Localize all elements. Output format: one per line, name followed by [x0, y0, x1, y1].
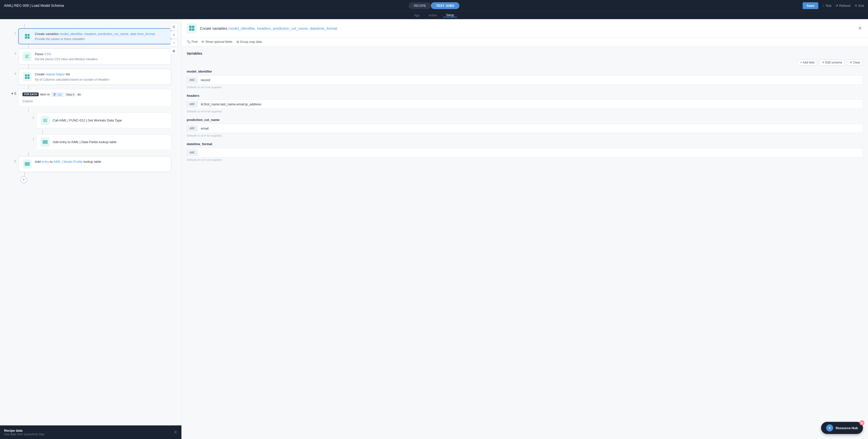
step-3-card[interactable]: Parse CSV Put the Demo CSV Here and Ment…	[18, 48, 171, 65]
step-7-right: Add entry to AIML | Data Fields lookup t…	[36, 134, 171, 152]
section-title: Variables	[187, 52, 863, 56]
zoom-out-button[interactable]: −	[170, 39, 177, 46]
step-3-title: Parse CSV	[35, 52, 167, 57]
svg-rect-27	[189, 26, 191, 28]
step-2-number-col: 2	[10, 28, 18, 44]
connector-2-3	[10, 44, 171, 48]
step-4-card[interactable]: Create repeat helper list No of Columns …	[18, 69, 171, 85]
connector-6-7	[28, 130, 171, 134]
refresh-link[interactable]: ↺ Refresh	[835, 4, 851, 7]
step-7-number-col: 7	[28, 134, 36, 152]
edit-schema-button[interactable]: ✎ Edit schema	[819, 60, 845, 66]
recenter-button[interactable]: ⊙	[170, 23, 177, 30]
connector-4-5	[10, 85, 171, 89]
step-2-inner: Create variables model_identifier, heade…	[23, 32, 167, 41]
step-4-link: repeat helper	[46, 72, 65, 76]
step-2-card[interactable]: Create variables model_identifier, heade…	[18, 28, 171, 44]
variable-input-headers[interactable]	[198, 100, 863, 109]
step-2-icon	[23, 32, 32, 41]
list-icon	[53, 93, 56, 96]
step-8-wrapper: 8	[10, 156, 171, 172]
exit-link[interactable]: ✕ Exit	[855, 4, 864, 7]
svg-rect-7	[25, 74, 27, 76]
step-8-right: Add entry to AIML | Model Profile lookup…	[18, 156, 171, 172]
step-3-link: CSV	[44, 52, 51, 56]
save-button[interactable]: Save	[803, 2, 818, 9]
step-7-card[interactable]: Add entry to AIML | Data Fields lookup t…	[36, 134, 171, 150]
eye-icon: 👁	[202, 40, 205, 44]
svg-rect-3	[28, 37, 30, 39]
setup-title-link: model_identifier, headers, prediction_co…	[228, 26, 337, 31]
test-link[interactable]: ○ Test	[822, 4, 831, 7]
variable-name-datetime-format: datetime_format	[187, 142, 863, 146]
top-nav: AIML| REC-009 | Load Model Schema RECIPE…	[0, 0, 868, 11]
zoom-in-button[interactable]: +	[170, 31, 177, 38]
show-optional-button[interactable]: 👁 Show optional fields	[202, 40, 232, 44]
variable-input-wrap-model-identifier: ABC	[187, 75, 863, 85]
connector-5-8	[10, 152, 171, 156]
setup-header-icon	[187, 23, 197, 33]
sub-nav-action[interactable]: Action	[426, 13, 440, 17]
tab-recipe[interactable]: RECIPE	[409, 2, 431, 9]
step-7-link2: AIML | Data Fields	[71, 140, 98, 144]
steps-container: 2	[0, 19, 181, 193]
resource-hub[interactable]: 30 ✦ Resource Hub	[821, 422, 863, 434]
svg-rect-1	[28, 34, 30, 36]
svg-rect-16	[43, 122, 47, 122]
svg-rect-24	[25, 165, 30, 166]
variable-input-wrap-headers: ABC	[187, 100, 863, 109]
nav-tabs: RECIPE TEST JOBS	[409, 2, 460, 9]
setup-close-button[interactable]: ✕	[857, 25, 863, 31]
svg-rect-5	[25, 56, 28, 57]
tab-test-jobs[interactable]: TEST JOBS	[431, 2, 459, 9]
variable-name-model-identifier: model_identifier	[187, 70, 863, 73]
sub-nav: App → Action → Setup	[0, 11, 868, 19]
setup-panel: Create variables model_identifier, heade…	[182, 19, 868, 439]
sub-nav-app[interactable]: App	[411, 13, 423, 17]
svg-rect-15	[43, 120, 47, 121]
step-6-wrapper: 6	[28, 113, 171, 130]
step-5-collapse-icon[interactable]: ▾ 5	[11, 92, 16, 96]
variable-input-datetime-format[interactable]	[198, 148, 863, 157]
resource-hub-icon: ✦	[826, 425, 833, 432]
step-6-title: Call AIML | FUNC-012 | Get Workato Data …	[53, 119, 122, 122]
step-8-number: 8	[14, 160, 16, 163]
fit-button[interactable]: ⊕	[170, 47, 177, 55]
main-layout: ⊙ + − ⊕ 2	[0, 19, 868, 439]
clear-button[interactable]: ✕ Clear	[847, 60, 863, 66]
sub-nav-flow: App → Action → Setup	[411, 13, 457, 18]
add-step-button[interactable]: +	[20, 176, 27, 183]
add-field-button[interactable]: + Add field	[797, 60, 817, 66]
step-2-number: 2	[14, 32, 16, 35]
svg-rect-2	[25, 37, 27, 39]
connector-3-4	[10, 65, 171, 69]
variable-input-prediction-col-name[interactable]	[198, 124, 863, 133]
step-7-number: 7	[33, 138, 34, 141]
step-8-card[interactable]: Add entry to AIML | Model Profile lookup…	[18, 156, 171, 172]
find-icon: 🔍	[187, 40, 190, 44]
svg-rect-14	[43, 119, 47, 120]
svg-rect-11	[54, 94, 56, 94]
find-button[interactable]: 🔍 Find	[187, 40, 197, 44]
step-5-foreach-card[interactable]: FOR EACH item in List Step 4	[18, 89, 171, 107]
group-map-button[interactable]: ⊞ Group map data	[237, 40, 262, 44]
variable-name-headers: headers	[187, 94, 863, 98]
variable-input-model-identifier[interactable]	[198, 76, 863, 85]
svg-rect-9	[25, 77, 27, 79]
step-3-number: 3	[14, 52, 16, 56]
recipe-data-expand-button[interactable]: ⇱	[174, 431, 177, 435]
step-2-link: model_identifier, headers, prediction_co…	[60, 32, 155, 36]
variable-prediction-col-name: prediction_col_name ABC Defaults to nil …	[187, 118, 863, 137]
svg-rect-12	[54, 94, 55, 95]
variable-datetime-format: datetime_format ABC Defaults to nil if n…	[187, 142, 863, 161]
step-8-inner: Add entry to AIML | Model Profile lookup…	[23, 160, 167, 169]
step-6-card[interactable]: Call AIML | FUNC-012 | Get Workato Data …	[36, 113, 171, 128]
arrow-icon-2: →	[440, 13, 443, 17]
step-4-right: Create repeat helper list No of Columns …	[18, 69, 171, 85]
variable-hint-headers: Defaults to nil if not supplied.	[187, 110, 863, 113]
step-4-title: Create repeat helper list	[35, 72, 167, 77]
variable-hint-datetime-format: Defaults to nil if not supplied.	[187, 158, 863, 161]
step-3-wrapper: 3	[10, 48, 171, 65]
nested-line	[28, 109, 29, 113]
sub-nav-setup[interactable]: Setup	[443, 13, 457, 18]
